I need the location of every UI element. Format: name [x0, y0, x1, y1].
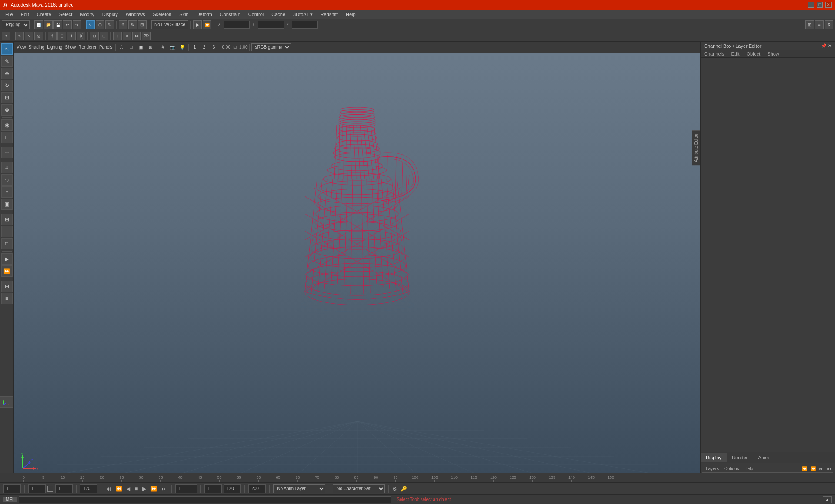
cb-menu-object[interactable]: Object	[743, 50, 764, 57]
anim-layer-combo[interactable]: No Anim Layer	[273, 484, 325, 493]
move-tool-btn[interactable]: ⊕	[1, 68, 13, 79]
snap-surface-btn[interactable]: ▣	[1, 199, 13, 210]
view-menu-btn[interactable]: View	[16, 43, 27, 52]
select-btn[interactable]: ↖	[86, 20, 95, 29]
axes-icon-btn[interactable]: x y z	[0, 396, 14, 408]
bone-btn[interactable]: ╳	[77, 32, 85, 40]
show-manip-btn[interactable]: ⊹	[1, 147, 13, 158]
prev-frame-btn[interactable]: ⏪	[114, 486, 124, 492]
channel-box-title-btns[interactable]: 📌 ✕	[821, 43, 832, 48]
ik-btn[interactable]: ⌶	[57, 32, 66, 40]
timeline-tick[interactable]: 90	[366, 475, 386, 482]
attr-editor-btn[interactable]: ≡	[815, 20, 824, 29]
smooth-wire-btn[interactable]: □	[127, 43, 136, 52]
timeline-tick[interactable]: 10	[53, 475, 73, 482]
char-set-key-btn[interactable]: 🔑	[401, 486, 407, 492]
minimize-button[interactable]: ─	[808, 2, 814, 8]
shading-menu-btn[interactable]: Shading	[28, 43, 46, 52]
viewport-3d[interactable]: persp x y z	[14, 53, 700, 482]
tool-settings-btn[interactable]: ⚙	[825, 20, 833, 29]
viewport-container[interactable]: View Shading Lighting Show Renderer Pane…	[14, 42, 700, 482]
timeline-tick[interactable]: 35	[151, 475, 170, 482]
timeline-tick[interactable]: 135	[542, 475, 562, 482]
panels-menu-btn[interactable]: Panels	[98, 43, 114, 52]
go-start-btn[interactable]: ⏮	[105, 486, 113, 492]
timeline-tick[interactable]: 70	[288, 475, 307, 482]
cb-menu-show[interactable]: Show	[764, 50, 783, 57]
move-btn[interactable]: ⊕	[119, 20, 127, 29]
timeline-tick[interactable]: 120	[484, 475, 503, 482]
menu-help[interactable]: Help	[342, 11, 359, 18]
current-frame-display[interactable]: 1	[175, 484, 197, 493]
ipr-btn2[interactable]: ⏩	[1, 265, 13, 277]
res2-btn[interactable]: 2	[200, 43, 209, 52]
coord-y-value[interactable]	[258, 21, 284, 29]
timeline-tick[interactable]: 100	[405, 475, 425, 482]
menu-cache[interactable]: Cache	[268, 11, 289, 18]
cb-layer-end-btn[interactable]: ⏮	[827, 466, 832, 471]
end-frame-field[interactable]: 120	[80, 484, 97, 493]
menu-3dto-all[interactable]: 3DtoAll ▾	[290, 11, 316, 18]
menu-skin[interactable]: Skin	[176, 11, 192, 18]
stop-btn[interactable]: ■	[134, 486, 139, 492]
channel-box-btn[interactable]: ⊞	[805, 20, 814, 29]
command-input[interactable]	[19, 496, 392, 503]
timeline-tick[interactable]: 50	[210, 475, 229, 482]
render-btn[interactable]: ▶	[193, 20, 202, 29]
timeline-tick[interactable]: 115	[464, 475, 484, 482]
coord-z-value[interactable]	[292, 21, 318, 29]
scale-btn[interactable]: ⊞	[138, 20, 147, 29]
res3-btn[interactable]: 3	[210, 43, 218, 52]
curves-btn[interactable]: ∿	[15, 32, 24, 40]
quad-layout-btn[interactable]: ⋮	[1, 226, 13, 237]
timeline-tick[interactable]: 40	[170, 475, 190, 482]
timeline-tick[interactable]: 145	[581, 475, 601, 482]
timeline-tick[interactable]: 80	[327, 475, 347, 482]
attr-editor-side-tab[interactable]: Attribute Editor	[692, 130, 700, 165]
frame2-field[interactable]: 1	[28, 484, 46, 493]
menu-modify[interactable]: Modify	[77, 11, 97, 18]
hypergraph-btn[interactable]: ⊞	[1, 281, 13, 292]
menu-create[interactable]: Create	[33, 11, 55, 18]
playback-end-field[interactable]: 120	[224, 484, 241, 493]
cb-tab-display[interactable]: Display	[701, 453, 727, 462]
camera-tools-btn[interactable]: □	[1, 132, 13, 143]
cb-menu-channels[interactable]: Channels	[701, 50, 728, 57]
rotate-tool-btn[interactable]: ↻	[1, 80, 13, 91]
timeline-tick[interactable]: 140	[562, 475, 581, 482]
lighting-menu-btn[interactable]: Lighting	[46, 43, 63, 52]
open-scene-btn[interactable]: 📂	[44, 20, 53, 29]
wireframe-btn[interactable]: ⬡	[117, 43, 126, 52]
skin2-btn[interactable]: ⊞	[100, 32, 108, 40]
menu-constrain[interactable]: Constrain	[217, 11, 244, 18]
channel-box-close-btn[interactable]: ✕	[828, 43, 832, 48]
show-menu-btn[interactable]: Show	[64, 43, 77, 52]
snap-grid-btn[interactable]: ⌗	[1, 162, 13, 173]
soft-mod-btn[interactable]: ◉	[1, 119, 13, 131]
menu-redshift[interactable]: Redshift	[317, 11, 341, 18]
timeline-tick[interactable]: 20	[92, 475, 112, 482]
ipr-btn[interactable]: ⏩	[203, 20, 211, 29]
menu-display[interactable]: Display	[99, 11, 121, 18]
cb-options-label[interactable]: Options	[722, 466, 741, 471]
lattice-btn[interactable]: ⌦	[142, 32, 151, 40]
ik2-btn[interactable]: ⌇	[67, 32, 76, 40]
title-bar-right[interactable]: ─ □ ✕	[808, 2, 832, 8]
new-scene-btn[interactable]: 📄	[34, 20, 43, 29]
skin-btn[interactable]: ⊡	[90, 32, 99, 40]
cb-tab-render[interactable]: Render	[727, 453, 753, 462]
nurbs-btn[interactable]: ◎	[34, 32, 43, 40]
timeline-tick[interactable]: 65	[268, 475, 288, 482]
timeline-tick[interactable]: 30	[131, 475, 151, 482]
timeline-tick[interactable]: 150	[601, 475, 621, 482]
no-live-surface[interactable]: No Live Surface	[151, 20, 188, 29]
cb-help-label[interactable]: Help	[742, 466, 755, 471]
timeline-tick[interactable]: 85	[347, 475, 366, 482]
timeline-tick[interactable]: 125	[503, 475, 523, 482]
cb-menu-edit[interactable]: Edit	[728, 50, 743, 57]
cb-layers-label[interactable]: Layers	[704, 466, 721, 471]
timeline-tick[interactable]: 105	[425, 475, 444, 482]
playback-end2-field[interactable]: 200	[248, 484, 266, 493]
maximize-button[interactable]: □	[817, 2, 823, 8]
rotate-btn[interactable]: ↻	[128, 20, 137, 29]
